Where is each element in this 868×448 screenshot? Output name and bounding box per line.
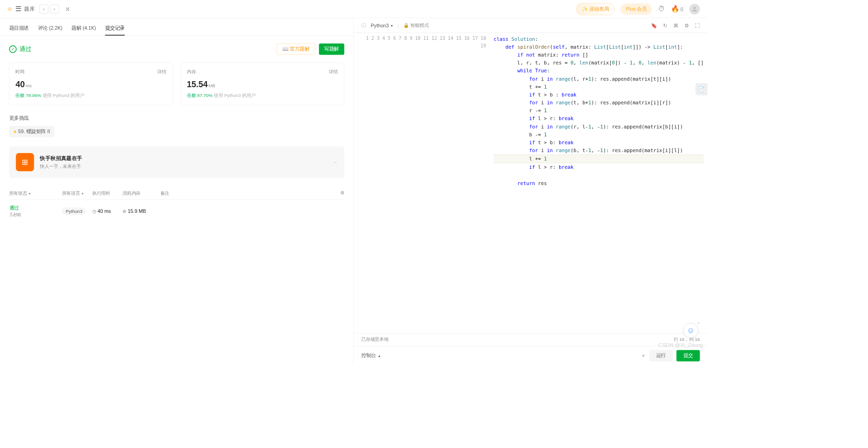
memory-beats: 击败 87.70% 使用 Python3 的用户	[187, 93, 338, 99]
line-gutter: 1 2 3 4 5 6 7 8 9 10 11 12 13 14 15 16 1…	[354, 33, 490, 333]
right-panel: ⓘ Python3▾ | 🔒智能模式 🔖 ↻ ⌘ ⚙ ⛶ 1 2 3 4 5 6…	[354, 18, 708, 365]
runtime-beats: 击败 78.06% 使用 Python3 的用户	[15, 93, 166, 99]
star-icon[interactable]: ✦	[641, 353, 645, 358]
keyboard-icon[interactable]: ⌘	[673, 22, 678, 28]
plus-member-button[interactable]: Plus 会员	[620, 3, 652, 14]
avatar[interactable]	[689, 4, 700, 14]
fire-counter[interactable]: 🔥 0	[671, 5, 683, 13]
side-panel-toggle[interactable]: 📄	[696, 83, 708, 95]
clock-icon: ◷	[92, 209, 96, 214]
editor-footer: 已存储至本地 行 16，列 16	[354, 333, 708, 346]
floating-layout-button[interactable]: ✨ 灵动布局	[576, 3, 615, 15]
tab-description[interactable]: 题目描述	[9, 22, 29, 35]
tab-solutions[interactable]: 题解 (4.1K)	[71, 22, 96, 35]
list-icon[interactable]: ☰	[15, 5, 21, 13]
submission-status: 通过	[9, 205, 62, 211]
memory-detail-link[interactable]: 详情	[329, 69, 338, 75]
write-solution-button[interactable]: 写题解	[319, 44, 345, 55]
console-toggle[interactable]: 控制台▴	[361, 352, 380, 359]
code-editor[interactable]: 1 2 3 4 5 6 7 8 9 10 11 12 13 14 15 16 1…	[354, 33, 708, 333]
editor-toolbar: ⓘ Python3▾ | 🔒智能模式 🔖 ↻ ⌘ ⚙ ⛶	[354, 18, 708, 33]
leetcode-logo-icon[interactable]: ⟐	[7, 5, 12, 13]
fire-icon: 🔥	[671, 5, 679, 13]
lock-icon: 🔒	[403, 23, 409, 28]
next-problem-button[interactable]: ›	[50, 4, 59, 13]
tab-comments[interactable]: 评论 (2.2K)	[38, 22, 63, 35]
promo-title: 快手秋招真题在手	[40, 155, 82, 162]
language-select[interactable]: Python3▾	[371, 22, 393, 28]
arrow-right-icon: →	[332, 160, 338, 165]
submissions-table-header: 所有状态▾ 所有语言▾ 执行用时 消耗内存 备注 ⚙	[9, 187, 345, 200]
chat-fab[interactable]: ☺	[683, 323, 699, 338]
left-panel: 题目描述 评论 (2.2K) 题解 (4.1K) 提交记录 ✓通过 📖 官方题解…	[0, 18, 354, 365]
prev-problem-button[interactable]: ‹	[39, 4, 49, 13]
lang-filter[interactable]: 所有语言▾	[62, 191, 83, 196]
col-runtime: 执行用时	[92, 190, 122, 197]
breadcrumb-title[interactable]: 题库	[24, 6, 35, 13]
settings-icon[interactable]: ⚙	[684, 22, 689, 28]
database-icon: ⊜	[122, 209, 126, 214]
more-challenges-title: 更多挑战	[9, 115, 345, 122]
official-solution-button[interactable]: 📖 官方题解	[277, 44, 315, 55]
chat-close-icon[interactable]: ×	[697, 320, 700, 326]
col-memory: 消耗内存	[122, 190, 160, 197]
promo-subtitle: 快人一手，未来在手	[40, 163, 82, 170]
gear-icon[interactable]: ⚙	[335, 190, 345, 197]
smart-mode[interactable]: 🔒智能模式	[403, 22, 429, 29]
code-content[interactable]: class Solution: def spiralOrder(self, ma…	[490, 33, 707, 333]
memory-label: 内存	[187, 69, 196, 75]
promo-card[interactable]: ⊞ 快手秋招真题在手 快人一手，未来在手 →	[9, 146, 345, 178]
svg-point-0	[694, 6, 696, 9]
bottom-bar: 控制台▴ ✦ 运行 提交	[354, 346, 708, 365]
status-filter[interactable]: 所有状态▾	[9, 191, 31, 196]
col-note: 备注	[160, 190, 335, 197]
run-button[interactable]: 运行	[649, 350, 673, 361]
memory-card: 内存详情 15.54MB 击败 87.70% 使用 Python3 的用户	[180, 62, 344, 105]
submit-button[interactable]: 提交	[677, 350, 700, 361]
status-accepted: ✓通过	[9, 45, 32, 53]
submission-runtime: 40 ms	[97, 208, 111, 214]
app-header: ⟐ ☰ 题库 ‹ › ⤮ ✨ 灵动布局 Plus 会员 ⏱ 🔥 0	[0, 0, 708, 18]
bookmark-icon[interactable]: 🔖	[651, 22, 657, 28]
submission-time-ago: 几秒前	[9, 212, 62, 218]
submission-row[interactable]: 通过几秒前 Python3 ◷40 ms ⊜15.9 MB	[9, 200, 345, 222]
promo-icon: ⊞	[16, 153, 34, 171]
tab-submissions[interactable]: 提交记录	[105, 22, 125, 35]
memory-value: 15.54	[187, 80, 208, 89]
info-icon[interactable]: ⓘ	[361, 22, 366, 29]
check-circle-icon: ✓	[9, 45, 17, 53]
saved-status: 已存储至本地	[361, 336, 389, 343]
submission-memory: 15.9 MB	[128, 208, 146, 214]
runtime-card: 时间详情 40ms 击败 78.06% 使用 Python3 的用户	[9, 62, 173, 105]
submission-lang: Python3	[62, 207, 86, 215]
timer-icon[interactable]: ⏱	[658, 5, 665, 13]
runtime-label: 时间	[15, 69, 25, 75]
fullscreen-icon[interactable]: ⛶	[695, 22, 700, 28]
shuffle-icon[interactable]: ⤮	[65, 5, 70, 12]
runtime-detail-link[interactable]: 详情	[157, 69, 166, 75]
runtime-value: 40	[15, 80, 25, 89]
challenge-link[interactable]: ●59. 螺旋矩阵 II	[9, 126, 55, 137]
cursor-position: 行 16，列 16	[674, 336, 700, 343]
tabs: 题目描述 评论 (2.2K) 题解 (4.1K) 提交记录	[0, 18, 353, 36]
reset-icon[interactable]: ↻	[663, 22, 667, 28]
